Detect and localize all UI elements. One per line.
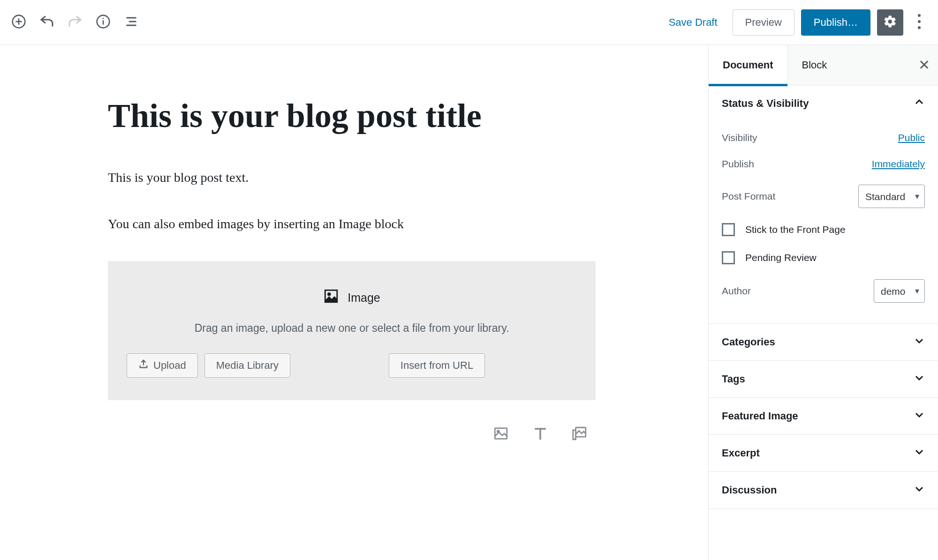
- insert-image-shortcut[interactable]: [491, 424, 511, 444]
- chevron-down-icon: [914, 409, 925, 423]
- panel-toggle-status-visibility[interactable]: Status & Visibility: [709, 85, 938, 122]
- post-format-row: Post Format Standard: [722, 177, 925, 216]
- svg-point-15: [497, 430, 499, 432]
- visibility-row: Visibility Public: [722, 125, 925, 151]
- image-icon: [493, 426, 509, 443]
- image-icon: [323, 288, 339, 307]
- close-icon: ✕: [918, 57, 930, 73]
- panel-discussion: Discussion: [709, 472, 938, 509]
- panel-excerpt: Excerpt: [709, 435, 938, 472]
- upload-button[interactable]: Upload: [127, 353, 198, 378]
- panel-toggle-excerpt[interactable]: Excerpt: [709, 435, 938, 471]
- post-paragraph[interactable]: You can also embed images by inserting a…: [108, 215, 596, 233]
- panel-toggle-categories[interactable]: Categories: [709, 324, 938, 360]
- image-block-header: Image: [127, 288, 577, 307]
- panel-status-visibility: Status & Visibility Visibility Public Pu…: [709, 85, 938, 324]
- text-icon: [532, 426, 548, 443]
- block-navigation-button[interactable]: [122, 13, 141, 32]
- panel-toggle-tags[interactable]: Tags: [709, 361, 938, 397]
- insert-from-url-button[interactable]: Insert from URL: [389, 353, 485, 378]
- panel-heading: Featured Image: [722, 410, 798, 422]
- gear-icon: [883, 15, 897, 30]
- stick-front-row: Stick to the Front Page: [722, 216, 925, 244]
- panel-heading: Discussion: [722, 484, 777, 496]
- svg-point-5: [103, 18, 104, 19]
- sidebar-tabs: Document Block ✕: [709, 45, 938, 85]
- panel-featured-image: Featured Image: [709, 398, 938, 435]
- upload-button-label: Upload: [153, 359, 186, 372]
- svg-point-10: [918, 20, 921, 23]
- insert-heading-shortcut[interactable]: [530, 424, 551, 444]
- plus-circle-icon: [11, 14, 26, 30]
- visibility-label: Visibility: [722, 132, 757, 143]
- panel-tags: Tags: [709, 361, 938, 398]
- chevron-down-icon: [914, 446, 925, 460]
- panel-heading: Status & Visibility: [722, 97, 809, 110]
- panel-heading: Tags: [722, 373, 745, 385]
- redo-icon: [68, 14, 83, 30]
- panel-categories: Categories: [709, 324, 938, 361]
- post-paragraph[interactable]: This is your blog post text.: [108, 168, 596, 187]
- tab-block[interactable]: Block: [788, 45, 841, 85]
- more-options-button[interactable]: [910, 9, 929, 36]
- preview-button[interactable]: Preview: [733, 9, 794, 36]
- image-block-description: Drag an image, upload a new one or selec…: [127, 322, 577, 335]
- image-block-buttons: Upload Media Library Insert from URL: [127, 353, 577, 378]
- panel-heading: Categories: [722, 336, 775, 348]
- post-format-label: Post Format: [722, 191, 775, 202]
- panel-toggle-discussion[interactable]: Discussion: [709, 472, 938, 508]
- block-inserter-shortcuts: [108, 424, 590, 444]
- editor-area: This is your blog post title This is you…: [0, 45, 708, 560]
- media-library-button[interactable]: Media Library: [204, 353, 290, 378]
- settings-toggle-button[interactable]: [877, 9, 903, 36]
- add-block-button[interactable]: [9, 13, 28, 32]
- pending-review-label: Pending Review: [745, 252, 817, 263]
- gallery-icon: [572, 426, 588, 443]
- chevron-down-icon: [914, 335, 925, 349]
- content-info-button[interactable]: [94, 13, 113, 32]
- chevron-up-icon: [914, 97, 925, 111]
- stick-front-checkbox[interactable]: [722, 223, 735, 236]
- svg-point-9: [918, 14, 921, 17]
- image-block-placeholder[interactable]: Image Drag an image, upload a new one or…: [108, 261, 596, 400]
- publish-button[interactable]: Publish…: [801, 9, 870, 36]
- save-draft-button[interactable]: Save Draft: [660, 12, 726, 33]
- stick-front-label: Stick to the Front Page: [745, 224, 846, 235]
- tab-document[interactable]: Document: [708, 45, 788, 86]
- toolbar-left-group: [9, 13, 141, 32]
- settings-sidebar: Document Block ✕ Status & Visibility Vis…: [708, 45, 938, 560]
- publish-value-link[interactable]: Immediately: [872, 158, 925, 170]
- chevron-down-icon: [914, 372, 925, 386]
- author-select[interactable]: demo: [874, 279, 925, 303]
- svg-point-13: [328, 293, 331, 296]
- info-icon: [96, 14, 111, 30]
- publish-row: Publish Immediately: [722, 151, 925, 177]
- outline-icon: [124, 14, 139, 30]
- workspace: This is your blog post title This is you…: [0, 45, 938, 560]
- top-toolbar: Save Draft Preview Publish…: [0, 0, 938, 45]
- image-block-label: Image: [348, 291, 380, 305]
- panel-heading: Excerpt: [722, 447, 760, 459]
- pending-review-row: Pending Review: [722, 244, 925, 272]
- redo-button[interactable]: [66, 13, 84, 32]
- undo-icon: [39, 14, 54, 30]
- close-sidebar-button[interactable]: ✕: [910, 45, 938, 85]
- upload-icon: [138, 359, 149, 372]
- kebab-icon: [917, 14, 921, 31]
- author-row: Author demo: [722, 272, 925, 310]
- undo-button[interactable]: [38, 13, 56, 32]
- pending-review-checkbox[interactable]: [722, 251, 735, 264]
- panel-toggle-featured-image[interactable]: Featured Image: [709, 398, 938, 434]
- post-format-select[interactable]: Standard: [858, 185, 925, 208]
- visibility-value-link[interactable]: Public: [898, 132, 925, 143]
- author-label: Author: [722, 285, 751, 297]
- publish-label: Publish: [722, 158, 754, 170]
- toolbar-right-group: Save Draft Preview Publish…: [660, 9, 929, 36]
- svg-point-11: [918, 26, 921, 29]
- chevron-down-icon: [914, 483, 925, 497]
- post-title[interactable]: This is your blog post title: [108, 97, 596, 135]
- insert-gallery-shortcut[interactable]: [569, 424, 590, 444]
